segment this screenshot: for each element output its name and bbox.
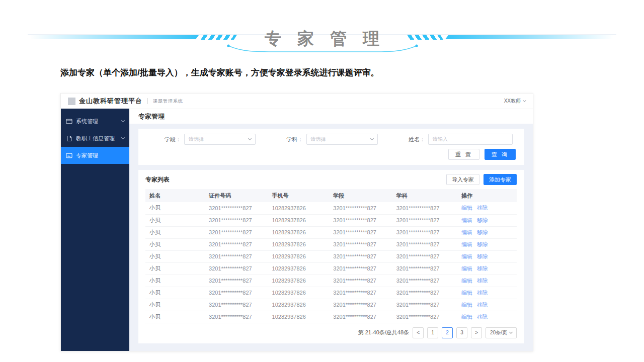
chevron-down-icon <box>509 330 513 333</box>
cell-subject: 3201**********827 <box>392 226 457 238</box>
cell-stage: 3201**********827 <box>329 250 392 262</box>
table-row: 小贝3201**********827102829378263201******… <box>145 287 517 299</box>
cell-id-number: 3201**********827 <box>205 262 268 275</box>
remove-link[interactable]: 移除 <box>477 217 488 223</box>
cell-subject: 3201**********827 <box>392 275 457 287</box>
header-divider <box>147 98 148 104</box>
sidebar-item-staff-info-management[interactable]: 教职工信息管理 <box>61 130 129 147</box>
cell-name: 小贝 <box>145 250 205 262</box>
remove-link[interactable]: 移除 <box>477 314 488 320</box>
subject-select[interactable]: 请选择 <box>306 134 378 145</box>
page-button-1[interactable]: 1 <box>427 327 438 338</box>
cell-id-number: 3201**********827 <box>205 287 268 299</box>
cell-name: 小贝 <box>145 311 205 323</box>
search-button[interactable]: 查 询 <box>485 149 516 160</box>
edit-link[interactable]: 编辑 <box>461 314 472 320</box>
cell-actions: 编辑移除 <box>457 226 517 238</box>
cell-actions: 编辑移除 <box>457 250 517 262</box>
subject-select-placeholder: 请选择 <box>311 136 326 143</box>
import-expert-button[interactable]: 导入专家 <box>446 174 479 185</box>
edit-link[interactable]: 编辑 <box>461 205 472 211</box>
cell-actions: 编辑移除 <box>457 214 517 226</box>
sidebar-item-label: 专家管理 <box>76 152 124 159</box>
main-content: 专家管理 学段： 请选择 学科： <box>129 109 533 351</box>
filter-card: 学段： 请选择 学科： 请选择 <box>138 129 524 165</box>
cell-actions: 编辑移除 <box>457 238 517 250</box>
edit-link[interactable]: 编辑 <box>461 278 472 284</box>
table-header-row: 姓名 证件号码 手机号 学段 学科 操作 <box>145 189 517 202</box>
app-screenshot: 金山教科研管理平台 课题管理系统 XX教师 系统管理 <box>60 93 533 351</box>
page: 专家管理 添加专家（单个添加/批量导入），生成专家账号，方便专家登录系统进行课题… <box>0 0 644 362</box>
cell-actions: 编辑移除 <box>457 299 517 311</box>
cell-subject: 3201**********827 <box>392 262 457 275</box>
edit-link[interactable]: 编辑 <box>461 302 472 308</box>
cell-subject: 3201**********827 <box>392 238 457 250</box>
cell-phone: 10282937826 <box>268 238 330 250</box>
cell-phone: 10282937826 <box>268 299 330 311</box>
remove-link[interactable]: 移除 <box>477 302 488 308</box>
page-button-3[interactable]: 3 <box>456 327 467 338</box>
reset-button[interactable]: 重 置 <box>448 149 479 160</box>
chevron-down-icon <box>370 137 373 140</box>
add-expert-button[interactable]: 添加专家 <box>484 174 517 185</box>
stage-filter-label: 学段： <box>165 136 181 143</box>
cell-name: 小贝 <box>145 275 205 287</box>
name-filter-label: 姓名： <box>409 136 425 143</box>
cell-id-number: 3201**********827 <box>205 238 268 250</box>
prev-page-button[interactable]: < <box>413 327 424 338</box>
cell-stage: 3201**********827 <box>329 287 392 299</box>
cell-phone: 10282937826 <box>268 226 330 238</box>
cell-stage: 3201**********827 <box>329 202 392 214</box>
user-name: XX教师 <box>504 98 521 105</box>
pagination-summary: 第 21-40条/总共48条 <box>358 329 409 336</box>
cell-stage: 3201**********827 <box>329 226 392 238</box>
remove-link[interactable]: 移除 <box>477 278 488 284</box>
cell-stage: 3201**********827 <box>329 275 392 287</box>
cell-subject: 3201**********827 <box>392 250 457 262</box>
edit-link[interactable]: 编辑 <box>461 241 472 247</box>
table-row: 小贝3201**********827102829378263201******… <box>145 299 517 311</box>
remove-link[interactable]: 移除 <box>477 253 488 259</box>
app-subsystem-title: 课题管理系统 <box>153 98 183 105</box>
table-row: 小贝3201**********827102829378263201******… <box>145 214 517 226</box>
table-row: 小贝3201**********827102829378263201******… <box>145 202 517 214</box>
chevron-down-icon <box>248 137 252 140</box>
cell-subject: 3201**********827 <box>392 287 457 299</box>
cell-id-number: 3201**********827 <box>205 299 268 311</box>
remove-link[interactable]: 移除 <box>477 241 488 247</box>
table-row: 小贝3201**********827102829378263201******… <box>145 262 517 275</box>
expert-list-card: 专家列表 导入专家 添加专家 姓名 <box>138 170 524 343</box>
name-input[interactable]: 请输入 <box>428 134 513 145</box>
edit-link[interactable]: 编辑 <box>461 253 472 259</box>
cell-name: 小贝 <box>145 262 205 275</box>
app-brand-title: 金山教科研管理平台 <box>79 97 142 106</box>
chevron-down-icon <box>121 119 125 122</box>
sidebar-item-expert-management[interactable]: 专家管理 <box>61 147 129 164</box>
cell-stage: 3201**********827 <box>329 262 392 275</box>
remove-link[interactable]: 移除 <box>477 290 488 296</box>
user-menu[interactable]: XX教师 <box>504 98 526 105</box>
page-button-2-active[interactable]: 2 <box>442 327 453 338</box>
cell-phone: 10282937826 <box>268 250 330 262</box>
table-row: 小贝3201**********827102829378263201******… <box>145 275 517 287</box>
page-title: 专家管理 <box>129 109 533 124</box>
cell-actions: 编辑移除 <box>457 275 517 287</box>
edit-link[interactable]: 编辑 <box>461 217 472 223</box>
sidebar-item-system-management[interactable]: 系统管理 <box>61 113 129 130</box>
edit-link[interactable]: 编辑 <box>461 265 472 272</box>
remove-link[interactable]: 移除 <box>477 229 488 235</box>
edit-link[interactable]: 编辑 <box>461 290 472 296</box>
expert-icon <box>66 152 72 159</box>
cell-name: 小贝 <box>145 287 205 299</box>
remove-link[interactable]: 移除 <box>477 265 488 272</box>
cell-subject: 3201**********827 <box>392 311 457 323</box>
table-row: 小贝3201**********827102829378263201******… <box>145 226 517 238</box>
edit-link[interactable]: 编辑 <box>461 229 472 235</box>
stage-select[interactable]: 请选择 <box>184 134 256 145</box>
col-subject: 学科 <box>392 189 457 202</box>
next-page-button[interactable]: > <box>471 327 482 338</box>
sidebar-item-label: 教职工信息管理 <box>76 135 118 142</box>
remove-link[interactable]: 移除 <box>477 205 488 211</box>
cell-stage: 3201**********827 <box>329 214 392 226</box>
page-size-select[interactable]: 20条/页 <box>486 327 517 338</box>
